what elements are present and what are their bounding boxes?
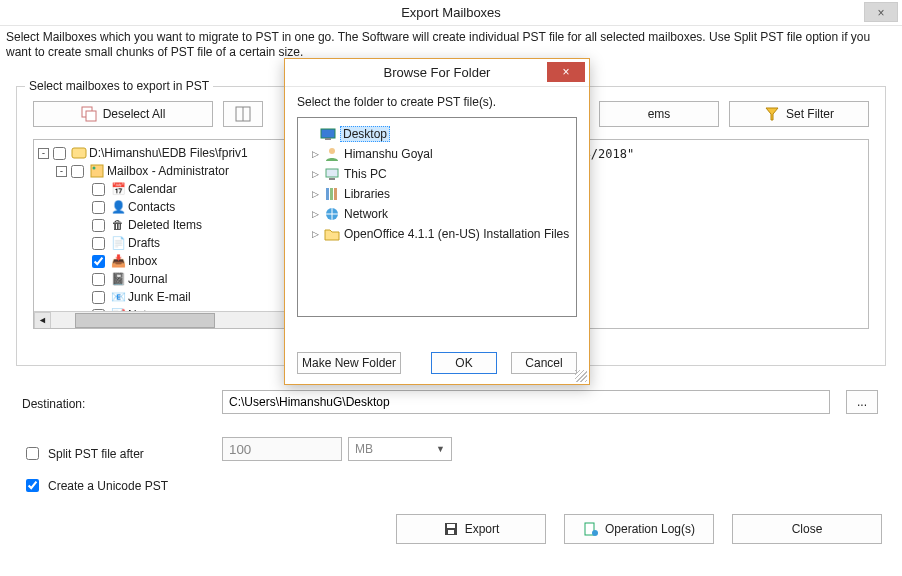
folder-tree-item-label: OpenOffice 4.1.1 (en-US) Installation Fi… xyxy=(344,227,569,241)
folder-icon: 📧 xyxy=(110,289,126,305)
scroll-thumb[interactable] xyxy=(75,313,215,328)
split-unit-value: MB xyxy=(355,442,373,456)
expand-icon[interactable]: ▷ xyxy=(310,229,320,239)
close-icon: × xyxy=(877,6,884,20)
folder-tree-item-label: Himanshu Goyal xyxy=(344,147,433,161)
folder-checkbox[interactable] xyxy=(92,273,105,286)
folder-tree-item-label: Desktop xyxy=(340,126,390,142)
collapse-icon[interactable]: - xyxy=(38,148,49,159)
svg-rect-20 xyxy=(334,188,337,200)
split-pst-checkbox-row[interactable]: Split PST file after xyxy=(22,444,144,463)
expand-icon[interactable]: ▷ xyxy=(310,209,320,219)
dialog-close-button[interactable]: × xyxy=(547,62,585,82)
folder-label: Contacts xyxy=(128,200,175,214)
svg-rect-14 xyxy=(325,138,331,140)
export-button[interactable]: Export xyxy=(396,514,546,544)
folder-tree-item[interactable]: ▷Himanshu Goyal xyxy=(302,144,572,164)
resize-grip-icon[interactable] xyxy=(575,370,587,382)
folder-tree-item-label: Network xyxy=(344,207,388,221)
svg-rect-17 xyxy=(329,178,335,180)
funnel-icon xyxy=(764,106,780,122)
deselect-icon xyxy=(81,106,97,122)
folder-checkbox[interactable] xyxy=(92,183,105,196)
dialog-button-bar: Make New Folder OK Cancel xyxy=(297,352,577,374)
browse-for-folder-dialog: Browse For Folder × Select the folder to… xyxy=(284,58,590,385)
folder-tree-item[interactable]: Desktop xyxy=(302,124,572,144)
svg-point-12 xyxy=(592,530,598,536)
lib-icon xyxy=(324,186,340,202)
folder-tree-item[interactable]: ▷OpenOffice 4.1.1 (en-US) Installation F… xyxy=(302,224,572,244)
items-label: ems xyxy=(648,107,671,121)
folder-icon: 👤 xyxy=(110,199,126,215)
unicode-pst-checkbox[interactable] xyxy=(26,479,39,492)
destination-browse-button[interactable]: ... xyxy=(846,390,878,414)
dialog-instruction: Select the folder to create PST file(s). xyxy=(285,87,589,113)
folder-label: Inbox xyxy=(128,254,157,268)
expand-icon[interactable]: ▷ xyxy=(310,149,320,159)
close-icon: × xyxy=(562,65,569,79)
scroll-left-icon[interactable]: ◄ xyxy=(34,312,51,329)
mailbox-checkbox[interactable] xyxy=(71,165,84,178)
svg-rect-9 xyxy=(447,524,455,528)
root-checkbox[interactable] xyxy=(53,147,66,160)
mailbox-label: Mailbox - Administrator xyxy=(107,164,229,178)
deselect-label: Deselect All xyxy=(103,107,166,121)
logs-label: Operation Log(s) xyxy=(605,522,695,536)
ellipsis-icon: ... xyxy=(857,395,867,409)
operation-logs-button[interactable]: Operation Log(s) xyxy=(564,514,714,544)
expand-icon[interactable]: ▷ xyxy=(310,169,320,179)
cancel-label: Cancel xyxy=(525,356,562,370)
svg-rect-18 xyxy=(326,188,329,200)
folder-checkbox[interactable] xyxy=(92,255,105,268)
folder-tree-item[interactable]: ▷This PC xyxy=(302,164,572,184)
svg-rect-13 xyxy=(321,129,335,138)
folder-label: Drafts xyxy=(128,236,160,250)
svg-marker-4 xyxy=(766,108,778,120)
items-button[interactable]: ems xyxy=(599,101,719,127)
export-label: Export xyxy=(465,522,500,536)
cancel-button[interactable]: Cancel xyxy=(511,352,577,374)
ok-label: OK xyxy=(455,356,472,370)
close-button[interactable]: Close xyxy=(732,514,882,544)
folder-checkbox[interactable] xyxy=(92,201,105,214)
edb-icon xyxy=(71,145,87,161)
folder-tree[interactable]: Desktop▷Himanshu Goyal▷This PC▷Libraries… xyxy=(297,117,577,317)
toolbar-mid-button[interactable] xyxy=(223,101,263,127)
folder-icon: 📄 xyxy=(110,235,126,251)
svg-rect-1 xyxy=(86,111,96,121)
folder-label: Journal xyxy=(128,272,167,286)
svg-point-15 xyxy=(329,148,335,154)
mailbox-icon xyxy=(89,163,105,179)
folder-checkbox[interactable] xyxy=(92,219,105,232)
user-icon xyxy=(324,146,340,162)
window-titlebar: Export Mailboxes xyxy=(0,0,902,26)
collapse-icon[interactable]: - xyxy=(56,166,67,177)
instruction-text: Select Mailboxes which you want to migra… xyxy=(6,30,896,60)
expand-icon[interactable]: ▷ xyxy=(310,189,320,199)
destination-input[interactable] xyxy=(222,390,830,414)
svg-rect-6 xyxy=(91,165,103,177)
columns-icon xyxy=(235,106,251,122)
make-new-folder-button[interactable]: Make New Folder xyxy=(297,352,401,374)
deselect-all-button[interactable]: Deselect All xyxy=(33,101,213,127)
svg-rect-5 xyxy=(72,148,86,158)
folder-tree-item[interactable]: ▷Libraries xyxy=(302,184,572,204)
window-title: Export Mailboxes xyxy=(401,5,501,20)
unicode-pst-checkbox-row[interactable]: Create a Unicode PST xyxy=(22,476,168,495)
split-pst-checkbox[interactable] xyxy=(26,447,39,460)
folder-tree-item[interactable]: ▷Network xyxy=(302,204,572,224)
set-filter-button[interactable]: Set Filter xyxy=(729,101,869,127)
bottom-button-bar: Export Operation Log(s) Close xyxy=(396,514,882,544)
close-label: Close xyxy=(792,522,823,536)
folder-icon: 📥 xyxy=(110,253,126,269)
folder-checkbox[interactable] xyxy=(92,237,105,250)
ok-button[interactable]: OK xyxy=(431,352,497,374)
log-icon xyxy=(583,521,599,537)
folder-tree-item-label: Libraries xyxy=(344,187,390,201)
folder-label: Junk E-mail xyxy=(128,290,191,304)
folder-checkbox[interactable] xyxy=(92,291,105,304)
net-icon xyxy=(324,206,340,222)
folder-icon: 📓 xyxy=(110,271,126,287)
window-close-button[interactable]: × xyxy=(864,2,898,22)
pc-icon xyxy=(324,166,340,182)
